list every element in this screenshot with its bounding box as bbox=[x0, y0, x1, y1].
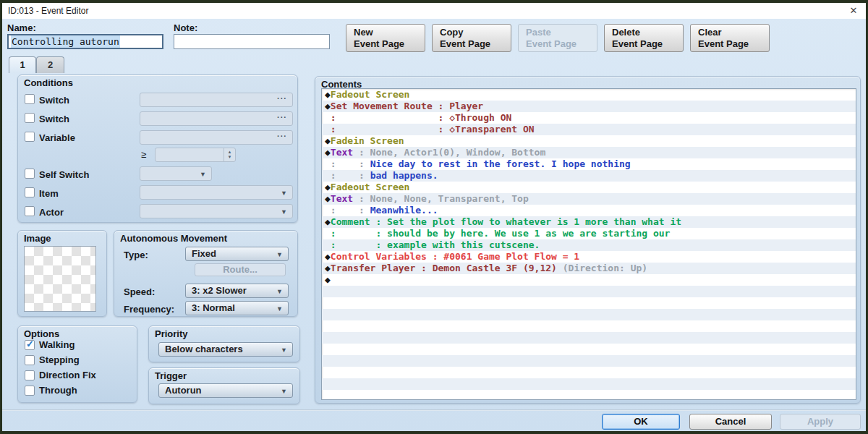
tab-page-2[interactable]: 2 bbox=[36, 56, 64, 73]
direction-fix-checkbox[interactable] bbox=[25, 370, 35, 380]
actor-checkbox[interactable] bbox=[25, 206, 35, 216]
event-command-line[interactable]: : : example with this cutscene. bbox=[322, 239, 856, 251]
priority-dropdown[interactable]: Below characters ▼ bbox=[158, 342, 293, 357]
command-segment: Set Movement Route : Player bbox=[331, 101, 483, 111]
event-command-line[interactable]: ◆Control Variables : #0061 Game Plot Flo… bbox=[322, 251, 856, 263]
spin-down-icon: ▼ bbox=[228, 155, 232, 160]
speed-value: 3: x2 Slower bbox=[192, 285, 247, 296]
type-dropdown[interactable]: Fixed ▼ bbox=[185, 247, 289, 261]
self-switch-checkbox[interactable] bbox=[25, 169, 35, 179]
actor-label: Actor bbox=[39, 207, 64, 218]
switch2-checkbox[interactable] bbox=[25, 113, 35, 123]
event-command-line[interactable]: ◆Comment : Set the plot flow to whatever… bbox=[322, 216, 856, 228]
tab-page-1[interactable]: 1 bbox=[9, 56, 36, 73]
empty-row[interactable] bbox=[322, 286, 856, 297]
event-command-line[interactable]: ◆Fadein Screen bbox=[322, 135, 856, 147]
command-segment: : : bbox=[325, 158, 370, 169]
frequency-dropdown[interactable]: 3: Normal ▼ bbox=[185, 301, 289, 315]
event-command-line[interactable]: : : Nice day to rest in the forest. I ho… bbox=[322, 158, 856, 170]
name-input[interactable]: Controlling autorun bbox=[7, 34, 163, 49]
command-segment: Comment : Set the plot flow to whatever … bbox=[331, 216, 681, 227]
empty-row[interactable] bbox=[322, 378, 856, 390]
variable-checkbox[interactable] bbox=[25, 132, 35, 142]
paste-event-page-button: PasteEvent Page bbox=[518, 24, 597, 52]
frequency-label: Frequency: bbox=[124, 304, 174, 315]
copy-event-page-button[interactable]: CopyEvent Page bbox=[432, 24, 511, 52]
switch2-value-field: ··· bbox=[140, 111, 293, 126]
command-segment: ◆ bbox=[325, 182, 331, 192]
note-input[interactable] bbox=[174, 34, 330, 49]
spin-up-icon: ▲ bbox=[228, 150, 232, 155]
ellipsis-icon: ··· bbox=[277, 94, 287, 103]
empty-row[interactable] bbox=[322, 355, 856, 367]
event-command-line[interactable]: ◆Text : None, None, Transparent, Top bbox=[322, 193, 856, 205]
empty-row[interactable] bbox=[322, 297, 856, 309]
empty-row[interactable] bbox=[322, 390, 856, 400]
autonomous-movement-panel: Autonomous Movement Type: Fixed ▼ Route.… bbox=[114, 230, 298, 317]
autonomous-title: Autonomous Movement bbox=[120, 233, 227, 244]
delete-event-page-button[interactable]: DeleteEvent Page bbox=[604, 24, 684, 52]
contents-panel: Contents ◆Fadeout Screen◆Set Movement Ro… bbox=[315, 76, 861, 404]
command-segment: Text bbox=[331, 147, 353, 158]
empty-row[interactable] bbox=[322, 332, 856, 344]
command-segment: (Direction: Up) bbox=[557, 263, 647, 273]
event-command-line[interactable]: ◆Set Movement Route : Player bbox=[322, 101, 856, 112]
event-command-line[interactable]: ◆Fadeout Screen bbox=[322, 89, 856, 101]
priority-panel: Priority Below characters ▼ bbox=[148, 326, 300, 362]
event-command-line[interactable]: : : should be by here. We use 1 as we ar… bbox=[322, 228, 856, 239]
type-value: Fixed bbox=[192, 248, 216, 259]
command-segment: : : ◇Through ON bbox=[325, 112, 511, 123]
conditions-panel: Conditions Switch ··· Switch ··· Variabl… bbox=[17, 75, 298, 223]
clear-event-page-button[interactable]: ClearEvent Page bbox=[690, 24, 770, 52]
direction-fix-label: Direction Fix bbox=[39, 370, 96, 380]
name-value: Controlling autorun bbox=[11, 35, 120, 48]
empty-row[interactable] bbox=[322, 367, 856, 378]
ok-button[interactable]: OK bbox=[602, 414, 680, 430]
switch2-label: Switch bbox=[39, 114, 69, 124]
event-command-line[interactable]: ◆ bbox=[322, 274, 856, 286]
chevron-down-icon: ▼ bbox=[200, 168, 206, 181]
switch1-label: Switch bbox=[39, 95, 69, 106]
actor-dropdown: ▼ bbox=[140, 204, 293, 218]
event-command-line[interactable]: ◆Fadeout Screen bbox=[322, 182, 856, 193]
through-checkbox[interactable] bbox=[25, 386, 35, 396]
variable-value-field: ··· bbox=[140, 130, 293, 145]
event-command-line[interactable]: ◆Transfer Player : Demon Castle 3F (9,12… bbox=[322, 263, 856, 274]
stepping-checkbox[interactable] bbox=[25, 355, 35, 365]
frequency-value: 3: Normal bbox=[192, 302, 235, 313]
chevron-down-icon: ▼ bbox=[281, 385, 287, 398]
close-icon[interactable]: ✕ bbox=[841, 3, 866, 19]
event-command-line[interactable]: : : Meanwhile... bbox=[322, 205, 856, 216]
walking-checkbox[interactable]: ✓ bbox=[25, 340, 35, 350]
event-command-line[interactable]: ◆Text : None, Actor1(0), Window, Bottom bbox=[322, 147, 856, 158]
ellipsis-icon: ··· bbox=[277, 132, 287, 140]
conditions-title: Conditions bbox=[24, 77, 73, 88]
note-label: Note: bbox=[174, 22, 197, 33]
contents-list[interactable]: ◆Fadeout Screen◆Set Movement Route : Pla… bbox=[321, 88, 856, 400]
item-checkbox[interactable] bbox=[25, 187, 35, 197]
window-title: ID:013 - Event Editor bbox=[8, 3, 88, 19]
command-segment: Nice day to rest in the forest. I hope n… bbox=[370, 158, 631, 169]
chevron-down-icon: ▼ bbox=[281, 187, 287, 200]
empty-row[interactable] bbox=[322, 309, 856, 320]
command-segment: ◆ bbox=[325, 147, 331, 158]
empty-row[interactable] bbox=[322, 320, 856, 332]
speed-dropdown[interactable]: 3: x2 Slower ▼ bbox=[185, 284, 289, 298]
trigger-dropdown[interactable]: Autorun ▼ bbox=[158, 383, 293, 398]
empty-row[interactable] bbox=[322, 344, 856, 355]
options-panel: Options ✓WalkingSteppingDirection FixThr… bbox=[17, 326, 137, 403]
command-segment: Transfer Player : Demon Castle 3F (9,12) bbox=[331, 263, 557, 273]
event-command-line[interactable]: : : ◇Transparent ON bbox=[322, 124, 856, 135]
event-command-line[interactable]: : : bad happens. bbox=[322, 170, 856, 182]
command-segment: : : bbox=[325, 170, 370, 181]
cancel-button[interactable]: Cancel bbox=[689, 414, 772, 430]
event-command-line[interactable]: : : ◇Through ON bbox=[322, 112, 856, 124]
switch1-checkbox[interactable] bbox=[25, 94, 35, 104]
command-segment: ◆ bbox=[325, 216, 331, 227]
event-image-box[interactable] bbox=[24, 246, 96, 312]
item-label: Item bbox=[39, 188, 59, 199]
new-event-page-button[interactable]: NewEvent Page bbox=[346, 24, 425, 52]
speed-label: Speed: bbox=[124, 286, 155, 297]
command-segment: ◆ bbox=[325, 263, 331, 273]
trigger-value: Autorun bbox=[165, 385, 202, 396]
